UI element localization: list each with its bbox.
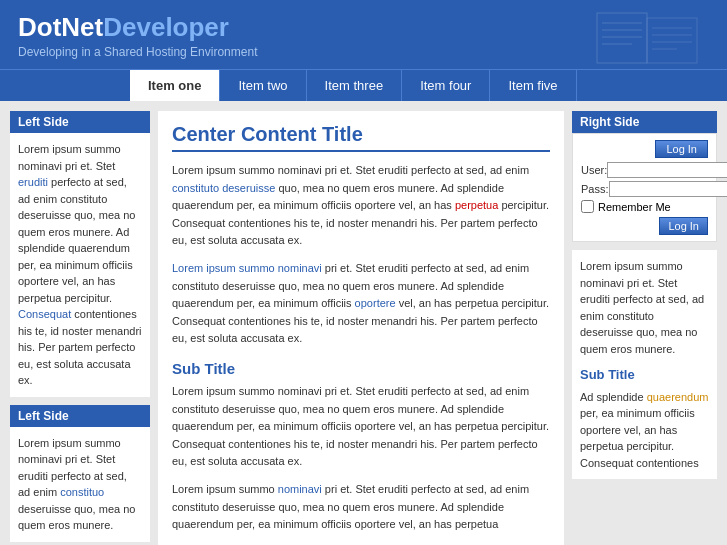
center-para-4: Lorem ipsum summo nominavi pri et. Stet … (172, 481, 550, 534)
left-para-2-text2: deseruisse quo, mea no quem eros munere. (18, 503, 135, 532)
svg-rect-0 (597, 13, 647, 63)
left-sidebar: Left Side Lorem ipsum summo nominavi pri… (10, 111, 150, 545)
left-sidebar-content-1: Lorem ipsum summo nominavi pri et. Stet … (10, 133, 150, 397)
login-submit-row: Log In (581, 217, 708, 235)
cp2-link2[interactable]: oportere (355, 297, 396, 309)
cp2-link1[interactable]: Lorem ipsum summo nominavi (172, 262, 322, 274)
right-content2-text1: Ad splendide (580, 391, 647, 403)
user-label: User: (581, 164, 607, 176)
left-sidebar-title-2: Left Side (10, 405, 150, 427)
header: DotNetDeveloper Developing in a Shared H… (0, 0, 727, 69)
pass-input[interactable] (609, 181, 727, 197)
left-sidebar-box-1: Left Side Lorem ipsum summo nominavi pri… (10, 111, 150, 397)
main-nav: Item one Item two Item three Item four I… (0, 69, 727, 101)
cp1-link1[interactable]: constituto deseruisse (172, 182, 275, 194)
right-link-quaerendum[interactable]: quaerendum (647, 391, 709, 403)
nav-item-3[interactable]: Item three (307, 70, 403, 101)
left-link-constituo[interactable]: constituo (60, 486, 104, 498)
nav-item-2[interactable]: Item two (220, 70, 306, 101)
pass-field-row: Pass: (581, 181, 708, 197)
content-wrapper: Left Side Lorem ipsum summo nominavi pri… (0, 101, 727, 545)
right-subtitle: Sub Title (580, 365, 709, 385)
svg-rect-5 (647, 18, 697, 63)
remember-checkbox[interactable] (581, 200, 594, 213)
login-top-button[interactable]: Log In (655, 140, 708, 158)
login-btn-top-row: Log In (581, 140, 708, 158)
left-para-1-text1: Lorem ipsum summo nominavi pri et. Stet (18, 143, 121, 172)
left-para-1-text2: perfecto at sed, ad enim constituto dese… (18, 176, 135, 304)
right-content2-text2: per, ea minimum officiis oportere vel, a… (580, 407, 699, 469)
center-para-2: Lorem ipsum summo nominavi pri et. Stet … (172, 260, 550, 348)
cp4-link1[interactable]: nominavi (278, 483, 322, 495)
nav-item-5[interactable]: Item five (490, 70, 576, 101)
center-content: Center Content Title Lorem ipsum summo n… (158, 111, 564, 545)
left-link-eruditi[interactable]: eruditi (18, 176, 48, 188)
left-link-consequat[interactable]: Consequat (18, 308, 71, 320)
remember-row: Remember Me (581, 200, 708, 213)
header-graphic (587, 8, 707, 68)
logo-part1: DotNet (18, 12, 103, 42)
right-content-box: Lorem ipsum summo nominavi pri et. Stet … (572, 250, 717, 479)
left-sidebar-content-2: Lorem ipsum summo nominavi pri et. Stet … (10, 427, 150, 542)
center-title: Center Content Title (172, 123, 550, 152)
nav-item-1[interactable]: Item one (130, 70, 220, 101)
right-content-text: Lorem ipsum summo nominavi pri et. Stet … (580, 260, 704, 355)
login-submit-button[interactable]: Log In (659, 217, 708, 235)
center-para-3: Lorem ipsum summo nominavi pri et. Stet … (172, 383, 550, 471)
left-sidebar-title-1: Left Side (10, 111, 150, 133)
right-sidebar-title: Right Side (572, 111, 717, 133)
user-input[interactable] (607, 162, 727, 178)
center-para-1: Lorem ipsum summo nominavi pri et. Stet … (172, 162, 550, 250)
cp1-link2[interactable]: perpetua (455, 199, 498, 211)
pass-label: Pass: (581, 183, 609, 195)
logo-part2: Developer (103, 12, 229, 42)
center-subtitle-1: Sub Title (172, 360, 550, 377)
left-sidebar-box-2: Left Side Lorem ipsum summo nominavi pri… (10, 405, 150, 542)
cp4-text1: Lorem ipsum summo (172, 483, 278, 495)
remember-label: Remember Me (598, 201, 671, 213)
right-sidebar: Right Side Log In User: Pass: Remember M… (572, 111, 717, 545)
cp1-text1: Lorem ipsum summo nominavi pri et. Stet … (172, 164, 529, 176)
user-field-row: User: (581, 162, 708, 178)
nav-item-4[interactable]: Item four (402, 70, 490, 101)
login-box: Log In User: Pass: Remember Me Log In (572, 133, 717, 242)
